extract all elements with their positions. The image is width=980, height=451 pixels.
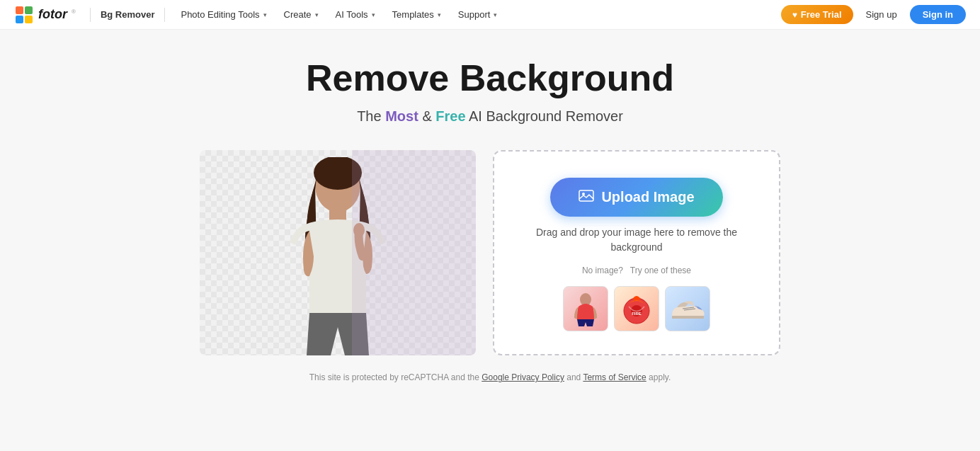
- product-name: Bg Remover: [101, 9, 155, 20]
- svg-rect-9: [579, 190, 593, 201]
- nav-create[interactable]: Create ▾: [278, 6, 324, 23]
- nav-photo-editing[interactable]: Photo Editing Tools ▾: [175, 6, 272, 23]
- drag-drop-text: Drag and drop your image here to remove …: [536, 225, 737, 255]
- svg-rect-2: [25, 6, 33, 14]
- subheadline-free: Free: [435, 108, 465, 124]
- brand-name: fotor: [38, 7, 67, 22]
- subheadline-most: Most: [385, 108, 418, 124]
- navbar: fotor ® Bg Remover Photo Editing Tools ▾…: [0, 0, 980, 30]
- image-upload-icon: [579, 188, 594, 203]
- sample-image-3[interactable]: [665, 286, 710, 331]
- sample-images-row: FIRE: [563, 286, 710, 331]
- sample-image-2[interactable]: FIRE: [614, 286, 659, 331]
- svg-point-8: [353, 223, 365, 237]
- chevron-down-icon: ▾: [263, 11, 267, 18]
- preview-person: [200, 150, 476, 355]
- upload-icon: [579, 188, 594, 207]
- main-content: Remove Background The Most & Free AI Bac…: [0, 30, 980, 451]
- content-row: Upload Image Drag and drop your image he…: [200, 150, 780, 355]
- nav-templates[interactable]: Templates ▾: [387, 6, 447, 23]
- nav-divider-2: [164, 8, 165, 22]
- no-image-text: No image? Try one of these: [582, 266, 691, 275]
- sign-in-button[interactable]: Sign in: [910, 5, 966, 24]
- privacy-policy-link[interactable]: Google Privacy Policy: [482, 372, 564, 382]
- try-samples-label: No image? Try one of these: [582, 263, 691, 276]
- free-trial-button[interactable]: ♥ Free Trial: [781, 5, 853, 24]
- terms-of-service-link[interactable]: Terms of Service: [583, 372, 646, 382]
- preview-box: [200, 150, 476, 355]
- upload-image-button[interactable]: Upload Image: [550, 178, 722, 217]
- svg-rect-3: [16, 16, 23, 23]
- chevron-down-icon: ▾: [494, 11, 497, 18]
- svg-point-6: [314, 157, 362, 190]
- fotor-logo-icon: [14, 5, 34, 25]
- footer-recaptcha-note: This site is protected by reCAPTCHA and …: [309, 372, 671, 382]
- chevron-down-icon: ▾: [372, 11, 375, 18]
- person-silhouette: [253, 157, 423, 355]
- svg-rect-4: [25, 16, 33, 23]
- page-subheadline: The Most & Free AI Background Remover: [357, 108, 623, 125]
- sample-image-1[interactable]: [563, 286, 608, 331]
- nav-ai-tools[interactable]: AI Tools ▾: [330, 6, 381, 23]
- chevron-down-icon: ▾: [315, 11, 319, 18]
- upload-box: Upload Image Drag and drop your image he…: [493, 150, 780, 355]
- heart-icon: ♥: [792, 10, 797, 20]
- nav-support[interactable]: Support ▾: [452, 6, 503, 23]
- sign-up-button[interactable]: Sign up: [859, 5, 904, 24]
- svg-text:FIRE: FIRE: [632, 312, 642, 316]
- logo[interactable]: fotor ®: [14, 5, 76, 25]
- nav-divider: [90, 8, 91, 22]
- chevron-down-icon: ▾: [438, 11, 441, 18]
- svg-rect-1: [16, 6, 23, 14]
- page-headline: Remove Background: [306, 58, 674, 98]
